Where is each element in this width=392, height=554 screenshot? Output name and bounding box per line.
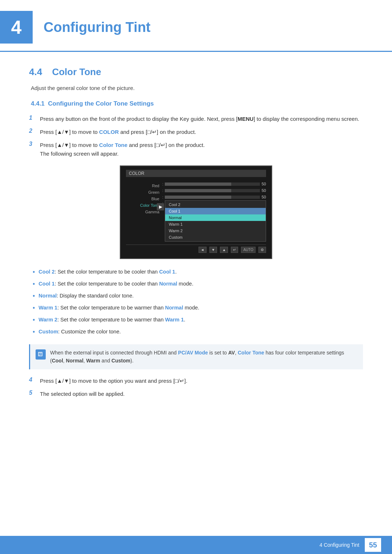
screen-menu-labels: Red Green Blue Color Tone Gamma	[126, 181, 162, 242]
step-5: 5 The selected option will be applied.	[29, 390, 363, 398]
bullet-custom: • Custom: Customize the color tone.	[33, 328, 363, 337]
step-3: 3 Press [▲/▼] to move to Color Tone and …	[29, 141, 363, 158]
chapter-number-block: 4	[0, 11, 33, 44]
step-2: 2 Press [▲/▼] to move to COLOR and press…	[29, 128, 363, 136]
bullet-list: • Cool 2: Set the color temperature to b…	[33, 268, 363, 337]
screen-mockup: COLOR Red Green Blue Color Tone Gamma :	[120, 165, 272, 259]
steps-list-2: 4 Press [▲/▼] to move to the option you …	[29, 377, 363, 398]
bullet-cool1: • Cool 1: Set the color temperature to b…	[33, 280, 363, 289]
screen-title: COLOR	[126, 170, 266, 177]
subsection-title: 4.4.1 Configuring the Color Tone Setting…	[31, 100, 363, 107]
screen-inner: Red Green Blue Color Tone Gamma :	[126, 181, 266, 242]
chapter-title: Configuring Tint	[44, 20, 151, 35]
bullet-cool2: • Cool 2: Set the color temperature to b…	[33, 268, 363, 277]
steps-list: 1 Press any button on the front of the p…	[29, 115, 363, 158]
step-4: 4 Press [▲/▼] to move to the option you …	[29, 377, 363, 385]
footer-page-number: 55	[365, 538, 381, 552]
page-footer: 4 Configuring Tint 55	[0, 536, 392, 554]
footer-chapter-text: 4 Configuring Tint	[319, 542, 359, 548]
color-tone-dropdown: Cool 2 Cool 1 Normal Warm 1 Warm 2 Custo…	[165, 200, 266, 242]
screen-values: : 50 : 50	[162, 181, 266, 242]
note-icon	[36, 349, 46, 360]
note-text: When the external input is connected thr…	[50, 349, 358, 365]
bullet-normal: • Normal: Display the standard color ton…	[33, 292, 363, 301]
step-1: 1 Press any button on the front of the p…	[29, 115, 363, 123]
screen-nav-bar: ◄ ▼ ▲ ↵ AUTO ⚙	[126, 245, 266, 253]
section-description: Adjust the general color tone of the pic…	[31, 85, 363, 91]
subsection-441: 4.4.1 Configuring the Color Tone Setting…	[29, 100, 363, 398]
main-content: 4.4 Color Tone Adjust the general color …	[0, 66, 392, 398]
chapter-header: 4 Configuring Tint	[0, 0, 392, 52]
note-box: When the external input is connected thr…	[29, 344, 363, 369]
bullet-warm2: • Warm 2: Set the color temperature to b…	[33, 316, 363, 325]
chapter-number: 4	[11, 16, 22, 38]
screen-display: COLOR Red Green Blue Color Tone Gamma :	[120, 165, 272, 259]
screen-left-icon: ▶	[157, 203, 164, 210]
bullet-warm1: • Warm 1: Set the color temperature to b…	[33, 304, 363, 313]
section-44: 4.4 Color Tone Adjust the general color …	[29, 66, 363, 91]
section-title: 4.4 Color Tone	[29, 66, 363, 78]
